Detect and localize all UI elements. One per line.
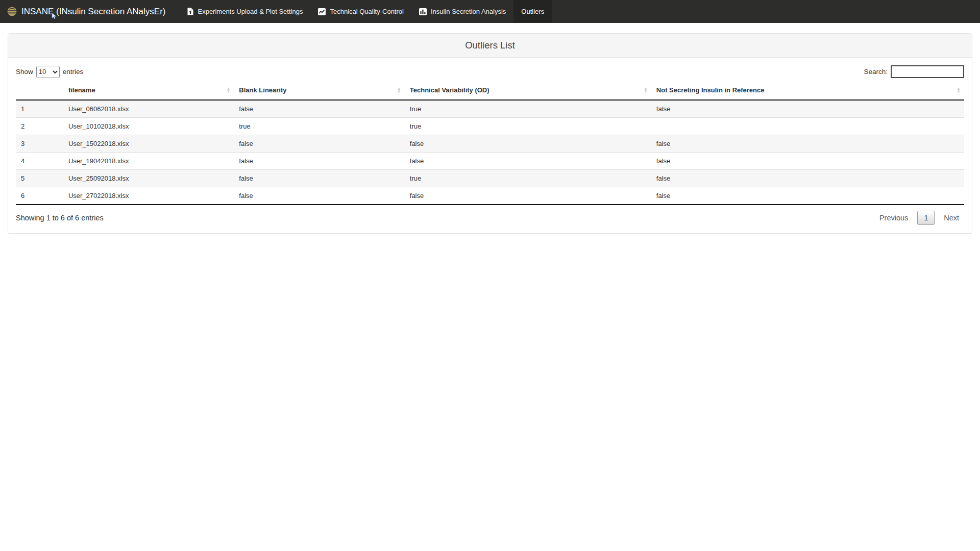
cell-blank-linearity: false [234, 170, 404, 187]
cell-filename: User_27022018.xlsx [63, 187, 234, 205]
cell-not-secreting: false [651, 153, 964, 170]
page-length-control: Show 10 entries [16, 66, 83, 78]
tab-label: Outliers [521, 8, 544, 15]
cell-filename: User_15022018.xlsx [63, 135, 234, 153]
panel-body: Show 10 entries Search: [8, 58, 972, 233]
tab-technical-quality-control[interactable]: Technical Quality-Control [310, 0, 411, 23]
column-header-rownum[interactable] [16, 81, 63, 100]
table-info: Showing 1 to 6 of 6 entries [16, 214, 104, 222]
outliers-panel: Outliers List Show 10 entries Search: [8, 33, 972, 234]
search-input[interactable] [891, 65, 964, 78]
cell-not-secreting: false [651, 135, 964, 153]
sort-icon: ▲▼ [397, 87, 401, 93]
app-brand[interactable]: INSANE (INsulin Secretion ANalysEr) [0, 0, 174, 23]
tab-label: Insulin Secretion Analysis [431, 8, 506, 15]
file-upload-icon [187, 8, 193, 15]
column-header-label: Blank Linearity [239, 86, 286, 94]
cell-filename: User_10102018.xlsx [63, 118, 234, 135]
cell-not-secreting: false [651, 170, 964, 187]
cell-technical-variability: false [405, 135, 651, 153]
cell-rownum: 1 [16, 100, 63, 118]
pagination: Previous 1 Next [874, 211, 964, 225]
tab-label: Experiments Upload & Plot Settings [198, 8, 303, 15]
cell-rownum: 2 [16, 118, 63, 135]
cell-blank-linearity: false [234, 135, 404, 153]
tab-outliers[interactable]: Outliers [513, 0, 552, 23]
page-length-select[interactable]: 10 [36, 66, 60, 78]
sort-icon: ▲▼ [644, 87, 648, 93]
search-label: Search: [864, 68, 888, 76]
page-1-button[interactable]: 1 [917, 211, 935, 225]
column-header-technical-variability[interactable]: Technical Variability (OD) ▲▼ [405, 81, 651, 100]
cell-rownum: 4 [16, 153, 63, 170]
pancakes-icon [7, 7, 17, 16]
main-content: Outliers List Show 10 entries Search: [0, 23, 980, 234]
table-header-row: filename ▲▼ Blank Linearity ▲▼ Technical… [16, 81, 964, 100]
page-title: Outliers List [465, 40, 515, 51]
column-header-filename[interactable]: filename ▲▼ [63, 81, 234, 100]
cell-blank-linearity: false [234, 153, 404, 170]
cell-rownum: 5 [16, 170, 63, 187]
table-row: 3 User_15022018.xlsx false false false [16, 135, 964, 153]
panel-heading: Outliers List [8, 34, 972, 58]
tab-insulin-secretion-analysis[interactable]: Insulin Secretion Analysis [411, 0, 513, 23]
column-header-blank-linearity[interactable]: Blank Linearity ▲▼ [234, 81, 404, 100]
next-page-button[interactable]: Next [939, 211, 964, 225]
cell-not-secreting: false [651, 187, 964, 205]
column-header-label: Technical Variability (OD) [410, 86, 489, 94]
cell-technical-variability: true [405, 118, 651, 135]
outliers-table: filename ▲▼ Blank Linearity ▲▼ Technical… [16, 81, 964, 205]
bar-chart-icon [419, 8, 427, 15]
table-controls: Show 10 entries Search: [16, 65, 964, 78]
cell-filename: User_19042018.xlsx [63, 153, 234, 170]
entries-label: entries [63, 68, 84, 76]
tab-label: Technical Quality-Control [330, 8, 404, 15]
table-row: 4 User_19042018.xlsx false false false [16, 153, 964, 170]
cell-blank-linearity: false [234, 187, 404, 205]
cell-technical-variability: false [405, 187, 651, 205]
column-header-label: filename [68, 86, 95, 94]
cell-rownum: 3 [16, 135, 63, 153]
cell-filename: User_06062018.xlsx [63, 100, 234, 118]
show-label: Show [16, 68, 33, 76]
sort-icon: ▲▼ [957, 87, 961, 93]
cell-technical-variability: true [405, 170, 651, 187]
table-row: 2 User_10102018.xlsx true true [16, 118, 964, 135]
cell-filename: User_25092018.xlsx [63, 170, 234, 187]
cell-technical-variability: true [405, 100, 651, 118]
column-header-label: Not Secreting Insulin in Reference [656, 86, 765, 94]
table-row: 6 User_27022018.xlsx false false false [16, 187, 964, 205]
cell-not-secreting: false [651, 100, 964, 118]
column-header-not-secreting[interactable]: Not Secreting Insulin in Reference ▲▼ [651, 81, 964, 100]
line-chart-icon [318, 8, 326, 15]
table-footer: Showing 1 to 6 of 6 entries Previous 1 N… [16, 211, 964, 225]
cell-rownum: 6 [16, 187, 63, 205]
cell-not-secreting [651, 118, 964, 135]
cell-blank-linearity: true [234, 118, 404, 135]
cell-blank-linearity: false [234, 100, 404, 118]
app-title: INSANE (INsulin Secretion ANalysEr) [21, 7, 165, 17]
mouse-cursor-icon [52, 12, 57, 21]
previous-page-button[interactable]: Previous [874, 211, 913, 225]
search-control: Search: [864, 65, 964, 78]
tab-experiments-upload[interactable]: Experiments Upload & Plot Settings [180, 0, 310, 23]
table-row: 5 User_25092018.xlsx false true false [16, 170, 964, 187]
navbar-tabs: Experiments Upload & Plot Settings Techn… [180, 0, 552, 23]
navbar: INSANE (INsulin Secretion ANalysEr) Expe… [0, 0, 980, 23]
table-row: 1 User_06062018.xlsx false true false [16, 100, 964, 118]
sort-icon: ▲▼ [226, 87, 230, 93]
cell-technical-variability: false [405, 153, 651, 170]
